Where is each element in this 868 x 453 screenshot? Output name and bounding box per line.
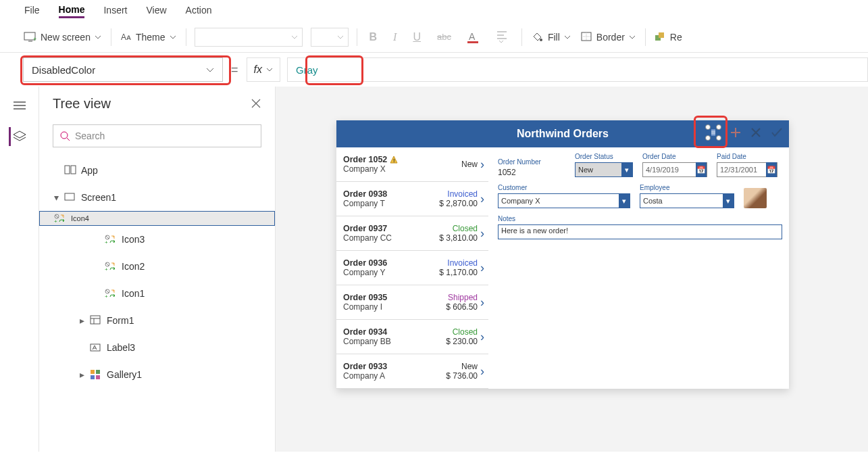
bold-button[interactable]: B xyxy=(365,31,382,43)
formula-text: Gray xyxy=(296,64,318,76)
svg-rect-4 xyxy=(467,41,478,43)
left-rail xyxy=(0,87,39,452)
font-size-select[interactable] xyxy=(311,28,349,47)
reorder-label: Re xyxy=(670,32,682,43)
svg-point-27 xyxy=(706,125,711,130)
order-row[interactable]: Order 0938Company TInvoiced$ 2,870.00› xyxy=(336,182,488,216)
tree-node[interactable]: +Icon3 xyxy=(39,226,275,253)
chevron-down-icon: ▾ xyxy=(621,162,632,177)
cancel-icon[interactable] xyxy=(750,126,762,139)
fx-label: fx xyxy=(254,64,262,76)
node-icon xyxy=(89,316,103,325)
tree-node[interactable]: +Icon1 xyxy=(39,280,275,307)
search-placeholder: Search xyxy=(75,130,105,141)
font-color-button[interactable]: A xyxy=(463,31,485,43)
node-icon: + xyxy=(104,289,118,298)
order-status-select[interactable]: New▾ xyxy=(575,162,633,177)
menu-view[interactable]: View xyxy=(146,5,166,17)
tree-label: Screen1 xyxy=(81,192,116,203)
reorder-button[interactable]: Re xyxy=(654,29,684,45)
chevron-right-icon: › xyxy=(478,158,484,172)
node-icon: + xyxy=(53,214,67,223)
svg-point-28 xyxy=(717,125,721,130)
employee-select[interactable]: Costa▾ xyxy=(640,193,734,208)
layers-icon xyxy=(14,131,26,142)
panel-title: Tree view xyxy=(53,96,111,112)
border-button[interactable]: Border xyxy=(580,29,637,45)
order-number-value: 1052 xyxy=(498,168,565,177)
paid-date-input[interactable]: 12/31/2001📅 xyxy=(717,162,777,177)
order-date-input[interactable]: 4/19/2019📅 xyxy=(642,162,707,177)
field-label: Order Date xyxy=(642,153,707,160)
confirm-icon[interactable] xyxy=(770,126,784,139)
search-input[interactable]: Search xyxy=(53,124,261,147)
formula-input[interactable]: Gray xyxy=(287,57,868,82)
new-screen-button[interactable]: + New screen xyxy=(23,29,103,45)
fx-button[interactable]: fx xyxy=(247,57,280,82)
separator xyxy=(521,28,522,46)
menu-file[interactable]: File xyxy=(24,5,40,17)
order-row[interactable]: Order 0936Company YInvoiced$ 1,170.00› xyxy=(336,251,488,285)
svg-point-29 xyxy=(706,136,711,141)
caret-icon: ▸ xyxy=(78,369,85,380)
tree-node[interactable]: +Icon2 xyxy=(39,253,275,280)
chevron-down-icon: ▾ xyxy=(619,193,630,208)
equals-sign: = xyxy=(230,63,240,77)
menu-home[interactable]: Home xyxy=(59,4,85,18)
customer-select[interactable]: Company X▾ xyxy=(498,193,630,208)
svg-rect-23 xyxy=(91,370,95,374)
italic-button[interactable]: I xyxy=(389,31,401,43)
screen-icon: + xyxy=(24,32,36,42)
order-row[interactable]: Order 0934Company BBClosed$ 230.00› xyxy=(336,320,488,354)
svg-rect-25 xyxy=(91,375,95,379)
customer-value: Company X xyxy=(501,197,540,205)
font-select[interactable] xyxy=(195,28,303,47)
screen-icon xyxy=(63,193,77,201)
field-label: Order Number xyxy=(498,158,565,166)
rail-tree-button[interactable] xyxy=(9,127,28,146)
selected-icon-handle[interactable] xyxy=(705,124,721,141)
order-row[interactable]: Order 0935Company IShipped$ 606.50› xyxy=(336,285,488,320)
chevron-right-icon: › xyxy=(478,295,484,310)
tree-node-screen[interactable]: ▾ Screen1 xyxy=(39,184,275,211)
svg-text:+: + xyxy=(33,36,36,43)
align-button[interactable] xyxy=(493,30,513,44)
chevron-down-icon xyxy=(564,35,571,39)
order-row[interactable]: Order 1052!Company XNew› xyxy=(336,147,488,182)
app-titlebar: Northwind Orders xyxy=(336,120,789,147)
tree-node[interactable]: Label3 xyxy=(39,334,275,361)
notes-value: Here is a new order! xyxy=(501,226,568,235)
strike-button[interactable]: abc xyxy=(433,32,455,42)
fill-label: Fill xyxy=(548,32,560,43)
property-selector[interactable]: DisabledColor xyxy=(23,57,223,82)
order-row[interactable]: Order 0933Company ANew$ 736.00› xyxy=(336,354,488,389)
tree-label: Icon4 xyxy=(71,214,89,222)
app-body: Order 1052!Company XNew›Order 0938Compan… xyxy=(336,147,789,389)
tree-node-app[interactable]: App xyxy=(39,157,275,184)
titlebar-actions xyxy=(705,124,784,141)
employee-avatar xyxy=(744,188,767,208)
menu-insert[interactable]: Insert xyxy=(103,5,127,17)
svg-rect-10 xyxy=(65,166,70,174)
canvas: Northwind Orders Order 1052!Company XNew… xyxy=(276,87,868,452)
underline-button[interactable]: U xyxy=(409,31,425,43)
theme-button[interactable]: Aᴀ Theme xyxy=(120,29,178,45)
tree-node[interactable]: +Icon4 xyxy=(39,211,275,226)
property-selector-value: DisabledColor xyxy=(32,64,95,76)
tree: App ▾ Screen1 +Icon4+Icon3+Icon2+Icon1▸F… xyxy=(39,153,275,388)
tree-node[interactable]: ▸Form1 xyxy=(39,307,275,334)
tree-node[interactable]: ▸Gallery1 xyxy=(39,361,275,388)
order-row[interactable]: Order 0937Company CCClosed$ 3,810.00› xyxy=(336,216,488,251)
svg-point-5 xyxy=(540,39,542,41)
rail-hamburger-button[interactable] xyxy=(10,96,29,115)
close-icon[interactable] xyxy=(251,98,261,109)
menu-action[interactable]: Action xyxy=(186,5,212,17)
add-icon[interactable] xyxy=(730,126,742,139)
paid-date-value: 12/31/2001 xyxy=(720,166,757,174)
field-label: Customer xyxy=(498,184,630,191)
notes-input[interactable]: Here is a new order! xyxy=(498,224,782,239)
fill-button[interactable]: Fill xyxy=(530,29,572,45)
chevron-right-icon: › xyxy=(478,364,484,379)
svg-rect-11 xyxy=(71,166,76,174)
node-icon: + xyxy=(104,262,118,271)
